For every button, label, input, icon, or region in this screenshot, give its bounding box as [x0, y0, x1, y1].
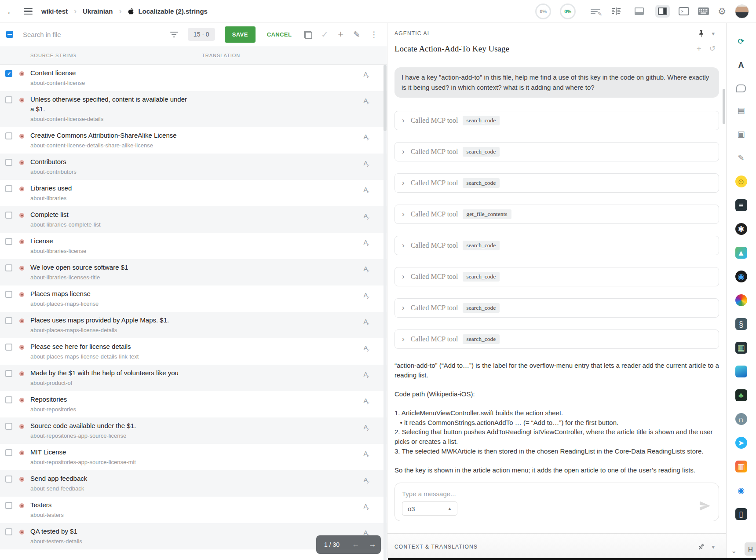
source-string-text[interactable]: Places maps license	[30, 289, 191, 299]
table-row[interactable]: Places uses maps provided by Apple Maps.…	[0, 312, 387, 338]
translate-icon[interactable]: A✓	[363, 133, 371, 140]
source-string-text[interactable]: Unless otherwise specified, content is a…	[30, 95, 191, 114]
bird-app-icon[interactable]: ➤	[735, 437, 747, 449]
colorwheel-app-icon[interactable]	[735, 294, 747, 306]
table-row[interactable]: Testers about-testers A✓	[0, 497, 387, 523]
keyboard-icon[interactable]	[698, 7, 709, 15]
more-options-icon[interactable]: ⋮	[370, 30, 378, 39]
string-key[interactable]: about-libraries-licenses-title	[30, 273, 191, 282]
source-string-text[interactable]: License	[30, 236, 191, 246]
table-row[interactable]: Contributors about-contributors A✓	[0, 154, 387, 180]
view-columns-button[interactable]	[609, 5, 623, 18]
table-row[interactable]: Content license about-content-license A✓	[0, 65, 387, 91]
corner-chevron-down-icon[interactable]: ⌄	[731, 547, 737, 555]
burst-app-icon[interactable]: ✱	[735, 223, 747, 235]
cancel-button[interactable]: CANCEL	[267, 31, 292, 38]
package-app-icon[interactable]: ▥	[735, 461, 747, 472]
row-checkbox[interactable]	[5, 185, 12, 192]
source-string-text[interactable]: QA tested by $1	[30, 527, 191, 536]
maps-app-icon[interactable]: ▲	[735, 247, 747, 259]
section-app-icon[interactable]: §	[735, 318, 747, 330]
progress-circle-done[interactable]: 0%	[560, 4, 576, 19]
string-key[interactable]: about-contributors	[30, 168, 191, 176]
table-row[interactable]: License about-libraries-license A✓	[0, 233, 387, 259]
mcp-tool-call[interactable]: › Called MCP tool search_code	[394, 329, 719, 349]
mcp-tool-call[interactable]: › Called MCP tool search_code	[394, 111, 719, 130]
source-string-text[interactable]: Contributors	[30, 157, 191, 167]
select-all-checkbox[interactable]	[6, 31, 13, 38]
row-checkbox[interactable]	[5, 344, 12, 351]
row-checkbox[interactable]	[5, 132, 12, 139]
string-key[interactable]: about-repositories-app-source-license-mi…	[30, 458, 191, 467]
table-row[interactable]: Repositories about-repositories A✓	[0, 391, 387, 417]
message-input-box[interactable]: Type a message... o3 ▲	[394, 483, 719, 521]
string-key[interactable]: about-product-of	[30, 379, 191, 388]
pages-app-icon[interactable]: ▣	[735, 128, 747, 140]
string-key[interactable]: about-repositories	[30, 405, 191, 414]
lens-app-icon[interactable]: ◉	[735, 271, 747, 282]
prev-page-button[interactable]: ←	[347, 540, 364, 549]
user-avatar[interactable]	[735, 4, 749, 18]
mcp-tool-call[interactable]: › Called MCP tool search_code	[394, 142, 719, 161]
row-checkbox[interactable]	[5, 238, 12, 245]
row-checkbox[interactable]	[5, 291, 12, 298]
translate-icon[interactable]: A✓	[363, 344, 371, 351]
row-checkbox[interactable]	[5, 528, 12, 535]
string-key[interactable]: about-testers-details	[30, 537, 191, 546]
table-row[interactable]: Made by the $1 with the help of voluntee…	[0, 365, 387, 391]
smiley-app-icon[interactable]: ☺	[735, 176, 747, 187]
source-string-text[interactable]: Complete list	[30, 210, 191, 220]
table-row[interactable]: Creative Commons Attribution-ShareAlike …	[0, 127, 387, 154]
source-string-text[interactable]: Places uses maps provided by Apple Maps.…	[30, 315, 191, 325]
source-string-text[interactable]: Made by the $1 with the help of voluntee…	[30, 368, 191, 378]
string-key[interactable]: about-repositories-app-source-license	[30, 432, 191, 440]
context-translations-header[interactable]: CONTEXT & TRANSLATIONS ▾	[387, 533, 726, 560]
translate-icon[interactable]: A✓	[363, 70, 371, 78]
source-string-text[interactable]: Send app feedback	[30, 474, 191, 483]
translate-icon[interactable]: A✓	[363, 186, 371, 193]
string-key[interactable]: about-testers	[30, 511, 191, 520]
table-row[interactable]: Places maps license about-places-maps-li…	[0, 285, 387, 312]
collapse-panel-chevron-icon[interactable]: ▾	[712, 30, 715, 37]
edit-pencil-icon[interactable]: ✎	[353, 30, 360, 39]
translate-icon[interactable]: A✓	[363, 265, 371, 272]
row-checkbox[interactable]	[5, 317, 12, 324]
phone-app-icon[interactable]: ▯	[735, 508, 747, 520]
string-key[interactable]: about-libraries-license	[30, 247, 191, 256]
table-row[interactable]: Complete list about-libraries-complete-l…	[0, 206, 387, 233]
row-checkbox[interactable]	[5, 70, 12, 77]
row-checkbox[interactable]	[5, 212, 12, 219]
mcp-tool-call[interactable]: › Called MCP tool search_code	[394, 236, 719, 255]
pin-icon[interactable]	[698, 30, 705, 37]
duplicate-icon[interactable]	[304, 31, 311, 38]
history-icon[interactable]: ↺	[709, 44, 716, 54]
source-string-text[interactable]: Repositories	[30, 395, 191, 404]
row-checkbox[interactable]	[5, 423, 12, 430]
translate-icon[interactable]: A✓	[363, 370, 371, 378]
list-scrollbar[interactable]	[383, 65, 387, 560]
progress-circle-total[interactable]: 0%	[535, 4, 551, 19]
eye-app-icon[interactable]: ◉	[735, 484, 747, 496]
table-row[interactable]: Libraries used about-libraries A✓	[0, 180, 387, 206]
string-key[interactable]: about-content-license-details-share-alik…	[30, 141, 191, 150]
expand-context-chevron-icon[interactable]: ▾	[712, 544, 715, 550]
save-button[interactable]: SAVE	[225, 26, 256, 43]
row-checkbox[interactable]	[5, 159, 12, 166]
model-selector[interactable]: o3 ▲	[402, 501, 457, 516]
mcp-tool-call[interactable]: › Called MCP tool search_code	[394, 298, 719, 318]
menu-icon[interactable]	[24, 6, 33, 17]
row-checkbox[interactable]	[5, 476, 12, 483]
translate-icon[interactable]: A✓	[363, 212, 371, 220]
source-string-text[interactable]: We love open source software $1	[30, 263, 191, 272]
string-key[interactable]: about-places-maps-license-details	[30, 326, 191, 335]
breadcrumb-file[interactable]: Localizable (2).strings	[138, 7, 208, 15]
translate-icon[interactable]: A✓	[363, 291, 371, 299]
translate-icon[interactable]: A✓	[363, 423, 371, 431]
translate-icon[interactable]: A✓	[363, 450, 371, 457]
string-key[interactable]: about-send-feedback	[30, 484, 191, 493]
source-string-text[interactable]: Source code available under the $1.	[30, 421, 191, 431]
string-key[interactable]: about-places-maps-license	[30, 300, 191, 308]
article-app-icon[interactable]: ▤	[735, 104, 747, 116]
row-checkbox[interactable]	[5, 264, 12, 271]
table-row[interactable]: Send app feedback about-send-feedback A✓	[0, 470, 387, 497]
